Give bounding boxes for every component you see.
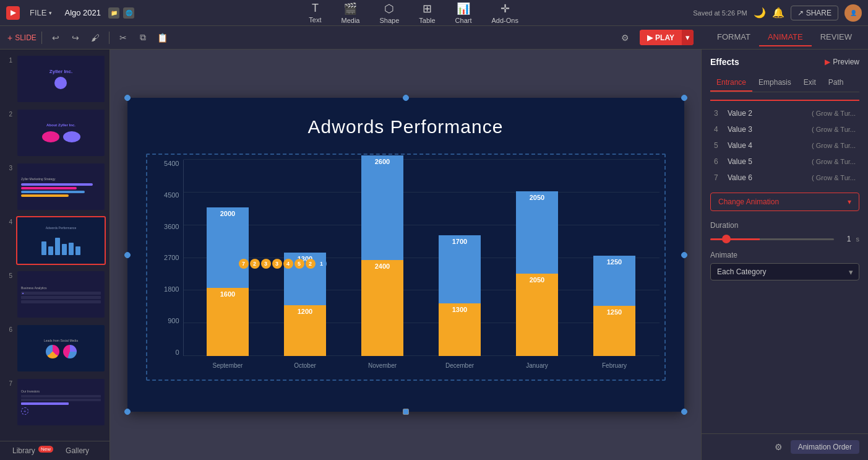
play-dropdown[interactable]: ▾ [682, 30, 694, 45]
handle-bl[interactable] [124, 409, 131, 415]
share-button[interactable]: ↗ SHARE [791, 6, 838, 20]
toolbar-addons[interactable]: ✛ Add-Ons [488, 0, 522, 27]
handle-ml[interactable] [124, 252, 131, 258]
slide-thumb-5[interactable]: 5 Business Analytics ■ [4, 270, 106, 319]
avatar: 👤 [844, 4, 862, 22]
folder-icon[interactable]: 📁 [108, 7, 119, 19]
table-label: Table [419, 17, 435, 24]
effect-num-3: 3 [714, 109, 723, 118]
chart-area: 5400 4500 3600 2700 1800 900 0 [152, 160, 660, 375]
file-chevron: ▾ [49, 10, 52, 16]
effect-num-5: 5 [714, 141, 723, 150]
bar-bottom-september: 1600 [207, 288, 249, 356]
slide-preview-4[interactable]: Adwords Performance [16, 216, 106, 265]
tab-review[interactable]: REVIEW [812, 28, 861, 46]
bar-stack-november: 2600 2400 [361, 155, 403, 356]
copy-button[interactable]: ⧉ [134, 29, 152, 46]
handle-tl[interactable] [124, 95, 131, 101]
handle-tc[interactable] [403, 95, 409, 101]
toolbar-media[interactable]: 🎬 Media [338, 0, 364, 27]
add-slide-button[interactable]: + SLIDE [7, 33, 37, 43]
add-slide-button-panel[interactable] [4, 432, 106, 436]
slide-preview-5[interactable]: Business Analytics ■ [16, 270, 106, 319]
effect-item-6[interactable]: 6 Value 5 ( Grow & Tur... [710, 154, 859, 169]
toolbar-shape[interactable]: ⬡ Shape [376, 0, 403, 27]
tab-entrance[interactable]: Entrance [710, 74, 752, 92]
slide-thumb-6[interactable]: 6 Leads from Social Media [4, 324, 106, 373]
red-separator [710, 100, 859, 101]
slide-inner-4: Adwords Performance [17, 217, 105, 264]
notification-icon[interactable]: 🔔 [772, 7, 784, 19]
slide-thumb-4[interactable]: 4 Adwords Performance [4, 216, 106, 265]
bar-top-september: 2000 [207, 207, 249, 288]
slide-preview-3[interactable]: Zyller Marketing Strategy [16, 162, 106, 211]
handle-bc[interactable] [403, 409, 409, 415]
bar-bottom-october: 1200 [284, 305, 326, 356]
slide-label: SLIDE [15, 33, 37, 42]
slide-thumb-2[interactable]: 2 About Zyller Inc. [4, 108, 106, 157]
cut-button[interactable]: ✂ [114, 29, 132, 46]
share-label: SHARE [806, 9, 831, 17]
animate-select[interactable]: Each Category All At Once By Series [710, 263, 859, 280]
doc-title: Algo 2021 [64, 8, 101, 17]
play-label: PLAY [655, 33, 674, 42]
slide-preview-2[interactable]: About Zyller Inc. [16, 108, 106, 157]
settings-cog-icon[interactable]: ⚙ [773, 441, 784, 453]
duration-slider[interactable] [710, 238, 834, 240]
handle-tr[interactable] [681, 95, 687, 101]
tab-format[interactable]: FORMAT [708, 28, 759, 46]
tab-animate[interactable]: ANIMATE [759, 28, 812, 46]
library-tab[interactable]: Library New [6, 444, 59, 458]
moon-icon[interactable]: 🌙 [754, 7, 766, 19]
globe-icon[interactable]: 🌐 [123, 7, 134, 19]
tab-emphasis[interactable]: Emphasis [752, 74, 797, 92]
effect-detail-value5: ( Grow & Tur... [812, 158, 856, 165]
effect-item-5[interactable]: 5 Value 4 ( Grow & Tur... [710, 138, 859, 153]
settings-button[interactable]: ⚙ [616, 29, 634, 46]
redo-button[interactable]: ↪ [67, 29, 84, 46]
top-bar: ▶ FILE ▾ Algo 2021 📁 🌐 T Text 🎬 Media ⬡ … [0, 0, 868, 26]
bar-group-february: 1250 1250 [587, 256, 642, 356]
new-badge: New [38, 446, 53, 453]
play-button[interactable]: ▶ PLAY [640, 30, 682, 45]
effect-item-3[interactable]: 3 Value 2 ( Grow & Tur... [710, 106, 859, 121]
slide-preview-7[interactable]: Our Investors + [16, 378, 106, 427]
slide-thumb-1[interactable]: 1 Zyller Inc. [4, 54, 106, 103]
toolbar-table[interactable]: ⊞ Table [415, 0, 439, 27]
library-label: Library [12, 446, 35, 455]
slide-preview-1[interactable]: Zyller Inc. [16, 54, 106, 103]
anim-bubble-1: 1 [317, 259, 327, 269]
handle-br[interactable] [681, 409, 687, 415]
slide-thumb-7[interactable]: 7 Our Investors + [4, 378, 106, 427]
change-animation-button[interactable]: Change Animation ▾ [710, 193, 859, 211]
effect-item-4[interactable]: 4 Value 3 ( Grow & Tur... [710, 122, 859, 137]
tab-path[interactable]: Path [822, 74, 850, 92]
slide-canvas[interactable]: Adwords Performance 5400 4500 3600 2700 … [127, 98, 684, 412]
format-painter-button[interactable]: 🖌 [87, 29, 104, 46]
effect-item-7[interactable]: 7 Value 6 ( Grow & Tur... [710, 170, 859, 185]
preview-button[interactable]: ▶ Preview [825, 58, 859, 66]
gallery-tab[interactable]: Gallery [59, 444, 95, 458]
anim-bubble-3b: 3 [272, 259, 282, 269]
shape-label: Shape [379, 17, 399, 24]
shape-icon: ⬡ [384, 2, 394, 15]
chart-label: Chart [455, 17, 472, 24]
right-panel: Effects ▶ Preview Entrance Emphasis Exit… [701, 50, 868, 460]
handle-mr[interactable] [681, 252, 687, 258]
slide-preview-6[interactable]: Leads from Social Media [16, 324, 106, 373]
file-menu[interactable]: FILE ▾ [25, 6, 57, 20]
toolbar-text[interactable]: T Text [305, 0, 325, 27]
text-icon: T [312, 2, 319, 15]
effect-detail-value4: ( Grow & Tur... [812, 142, 856, 149]
animation-order-button[interactable]: Animation Order [791, 440, 859, 454]
toolbar-chart[interactable]: 📊 Chart [452, 0, 476, 27]
paste-button[interactable]: 📋 [154, 29, 171, 46]
undo-button[interactable]: ↩ [47, 29, 64, 46]
doc-icons: 📁 🌐 [108, 7, 134, 19]
duration-slider-row: 1 s [710, 235, 859, 243]
y-label-3600: 3600 [164, 223, 179, 230]
slide-thumb-3[interactable]: 3 Zyller Marketing Strategy [4, 162, 106, 211]
slide-inner-5: Business Analytics ■ [17, 271, 105, 318]
tab-exit[interactable]: Exit [797, 74, 822, 92]
animate-select-wrapper: Each Category All At Once By Series [710, 263, 859, 280]
